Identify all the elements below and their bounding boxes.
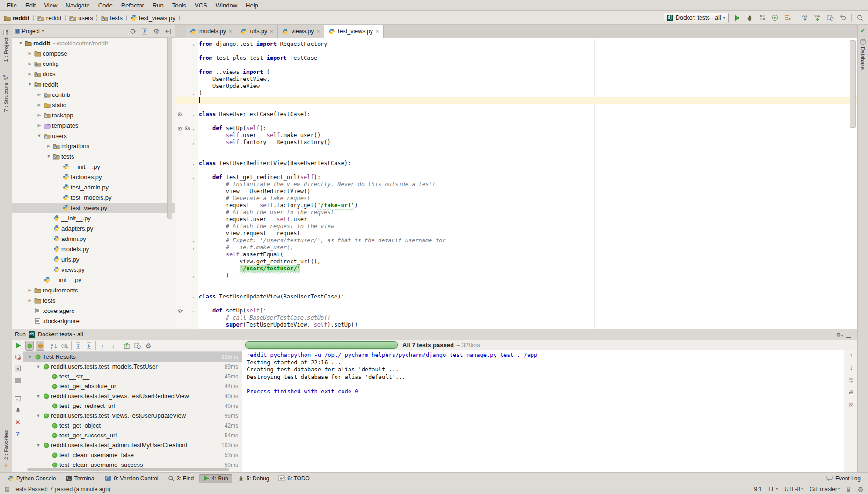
toolwindow-button-event-log[interactable]: Event Log bbox=[823, 474, 864, 483]
editor-tab-test_views-py[interactable]: test_views.py× bbox=[324, 25, 383, 38]
prev-button[interactable]: ↑ bbox=[98, 341, 107, 350]
expand-arrow-icon[interactable]: ▶ bbox=[26, 51, 34, 56]
project-tree-item[interactable]: ▶contrib bbox=[12, 89, 175, 100]
sort-alpha-button[interactable]: az bbox=[50, 341, 58, 350]
settings-button[interactable]: ⚙ bbox=[144, 341, 153, 350]
overriding-marker-icon[interactable] bbox=[177, 308, 183, 314]
soft-wrap-button[interactable] bbox=[847, 376, 855, 384]
toolwindow-switcher-icon[interactable]: ▤ bbox=[5, 487, 9, 492]
collapse-arrow-icon[interactable]: ▼ bbox=[36, 133, 43, 138]
run-button[interactable] bbox=[733, 14, 741, 22]
tool-button-2-favorites[interactable]: 2: Favorites★ bbox=[3, 430, 9, 469]
menu-help[interactable]: Help bbox=[241, 1, 263, 10]
project-tree-item[interactable]: ▶docs bbox=[12, 69, 175, 79]
test-result-row[interactable]: ▼Test Results328ms bbox=[23, 352, 242, 362]
project-tree-item[interactable]: ▼users bbox=[12, 131, 175, 141]
breadcrumb-item[interactable]: test_views.py bbox=[131, 15, 175, 22]
menu-file[interactable]: File bbox=[3, 1, 21, 10]
project-tree-item[interactable]: ▶requirements bbox=[12, 285, 175, 295]
expand-arrow-icon[interactable]: ▶ bbox=[36, 102, 43, 107]
toolwindow-button-5-debug[interactable]: 5: Debug bbox=[234, 474, 273, 483]
autotest-button[interactable] bbox=[14, 364, 22, 373]
test-result-row[interactable]: test_clean_username_false53ms bbox=[23, 450, 242, 460]
test-result-row[interactable]: test_get_absolute_url44ms bbox=[23, 381, 242, 391]
toolwindow-button-python-console[interactable]: Python Console bbox=[4, 474, 60, 483]
recent-changes-button[interactable] bbox=[826, 14, 834, 22]
close-tab-icon[interactable]: × bbox=[270, 29, 273, 34]
expand-all-button[interactable] bbox=[74, 341, 82, 350]
clear-button[interactable] bbox=[847, 401, 855, 409]
project-tree-item[interactable]: ▼tests bbox=[12, 151, 175, 161]
expand-arrow-icon[interactable]: ▶ bbox=[36, 92, 43, 97]
menu-vcs[interactable]: VCS bbox=[190, 1, 212, 10]
project-scrollbar[interactable] bbox=[167, 36, 172, 219]
editor-tab-views-py[interactable]: views.py× bbox=[278, 25, 324, 38]
menu-tools[interactable]: Tools bbox=[168, 1, 190, 10]
test-console-output[interactable]: reddit_pycha:python -u /opt/.pycharm_hel… bbox=[242, 350, 844, 472]
editor-scrollbar[interactable] bbox=[850, 40, 856, 128]
git-branch-widget[interactable]: Git: master▾ bbox=[810, 486, 840, 493]
scroll-down-button[interactable]: ↓ bbox=[847, 363, 855, 371]
menu-navigate[interactable]: Navigate bbox=[61, 1, 94, 10]
test-result-row[interactable]: test_get_success_url54ms bbox=[23, 430, 242, 440]
settings-button[interactable]: ⚙ bbox=[152, 27, 160, 36]
collapse-all-button[interactable] bbox=[85, 341, 93, 350]
settings-gear-icon[interactable]: ⚙▾ bbox=[836, 332, 843, 338]
project-tree-item[interactable]: models.py bbox=[12, 244, 175, 254]
hide-panel-icon[interactable]: ▁ bbox=[846, 332, 851, 338]
collapse-arrow-icon[interactable]: ▼ bbox=[35, 364, 42, 369]
project-tree-item[interactable]: ▶compose bbox=[12, 48, 175, 58]
chevron-down-icon[interactable]: ▾ bbox=[42, 29, 44, 33]
next-button[interactable]: ↓ bbox=[109, 341, 117, 350]
project-tree-item[interactable]: test_models.py bbox=[12, 192, 175, 203]
project-tree-item[interactable]: test_admin.py bbox=[12, 182, 175, 192]
sort-duration-button[interactable] bbox=[60, 341, 69, 350]
vcs-update-button[interactable]: VCS bbox=[801, 14, 809, 22]
project-tree-item[interactable]: ▶taskapp bbox=[12, 110, 175, 120]
hide-button[interactable] bbox=[164, 27, 172, 36]
close-button[interactable]: ✕ bbox=[14, 418, 22, 426]
editor-tab-urls-py[interactable]: urls.py× bbox=[236, 25, 277, 38]
expand-arrow-icon[interactable]: ▶ bbox=[26, 298, 34, 303]
code-editor[interactable]: ▾from django.test import RequestFactoryf… bbox=[175, 39, 857, 329]
pin-button[interactable] bbox=[14, 406, 22, 414]
locate-button[interactable] bbox=[129, 27, 137, 36]
show-ignored-button[interactable] bbox=[36, 341, 44, 350]
menu-refactor[interactable]: Refactor bbox=[117, 1, 148, 10]
close-tab-icon[interactable]: × bbox=[317, 29, 320, 34]
collapse-arrow-icon[interactable]: ▼ bbox=[17, 41, 24, 45]
test-result-row[interactable]: ▼reddit.users.tests.test_views.TestUserU… bbox=[23, 411, 242, 421]
collapse-arrow-icon[interactable]: ▼ bbox=[35, 443, 42, 448]
project-tree-item[interactable]: views.py bbox=[12, 264, 175, 275]
toolwindow-button-4-run[interactable]: 4: Run bbox=[199, 474, 232, 483]
project-tree-item[interactable]: __init__.py bbox=[12, 161, 175, 172]
coverage-button[interactable] bbox=[758, 14, 766, 22]
tool-button-database[interactable]: Database bbox=[858, 39, 868, 70]
collapse-arrow-icon[interactable]: ▼ bbox=[35, 394, 42, 399]
test-result-row[interactable]: test_clean_username_success50ms bbox=[23, 460, 242, 469]
project-tree-item[interactable]: ▶static bbox=[12, 100, 175, 110]
expand-arrow-icon[interactable]: ▶ bbox=[36, 113, 43, 117]
tool-button-7-structure[interactable]: 7: Structure bbox=[3, 74, 9, 112]
project-tree-item[interactable]: factories.py bbox=[12, 172, 175, 182]
rerun-button[interactable] bbox=[14, 341, 22, 349]
project-tree-item[interactable]: ▶migrations bbox=[12, 141, 175, 151]
project-tree-item[interactable]: __init__.py bbox=[12, 275, 175, 285]
editor-tab-models-py[interactable]: models.py× bbox=[186, 25, 236, 38]
collapse-arrow-icon[interactable]: ▼ bbox=[35, 414, 42, 418]
search-button[interactable] bbox=[856, 14, 864, 22]
project-tree-item[interactable]: adapters.py bbox=[12, 223, 175, 233]
menu-edit[interactable]: Edit bbox=[21, 1, 40, 10]
project-tree-item[interactable]: .dockerignore bbox=[12, 316, 175, 326]
write-lock-icon[interactable] bbox=[846, 487, 851, 492]
menu-code[interactable]: Code bbox=[94, 1, 117, 10]
project-tree-item[interactable]: test_views.py bbox=[12, 203, 175, 213]
export-button[interactable] bbox=[123, 341, 131, 350]
menu-window[interactable]: Window bbox=[212, 1, 241, 10]
menu-run[interactable]: Run bbox=[148, 1, 168, 10]
expand-arrow-icon[interactable]: ▶ bbox=[36, 123, 43, 128]
test-result-row[interactable]: ▼reddit.users.tests.test_admin.TestMyUse… bbox=[23, 440, 242, 450]
show-passed-button[interactable] bbox=[25, 341, 34, 350]
breadcrumb-item[interactable]: reddit bbox=[4, 15, 29, 22]
project-tree-item[interactable]: __init__.py bbox=[12, 213, 175, 223]
